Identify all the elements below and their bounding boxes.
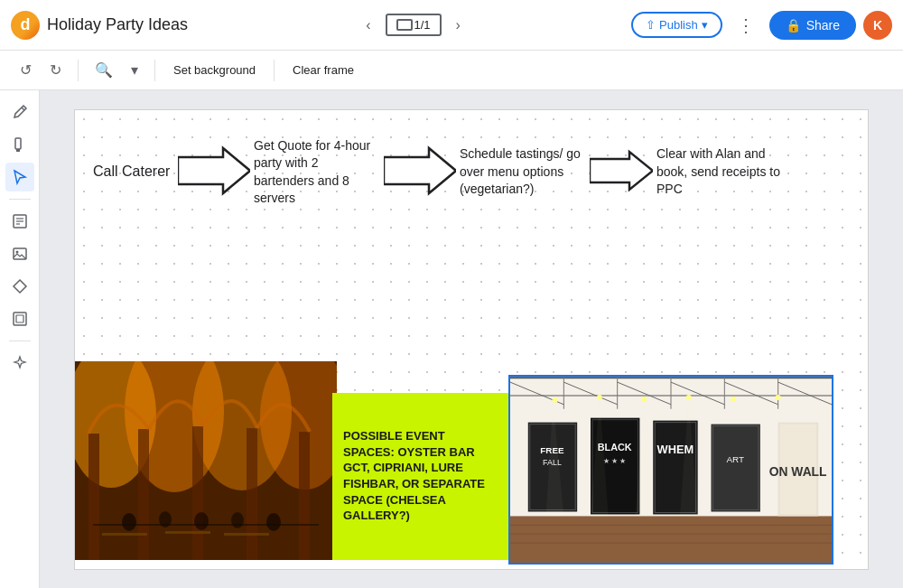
zoom-dropdown-button[interactable]: ▾ xyxy=(126,58,144,82)
svg-rect-11 xyxy=(16,315,23,322)
frame-icon xyxy=(12,311,28,327)
pen-tool-button[interactable] xyxy=(5,98,34,126)
svg-point-74 xyxy=(731,396,736,401)
flow-step-1: Get Quote for 4-hour party with 2 barten… xyxy=(254,137,380,208)
svg-rect-2 xyxy=(16,149,20,152)
svg-rect-49 xyxy=(510,516,832,565)
dropdown-icon: ▾ xyxy=(702,18,708,32)
document-title[interactable]: Holiday Party Ideas xyxy=(47,15,188,34)
frame-indicator: 1/1 xyxy=(386,14,442,36)
shape-tool-button[interactable] xyxy=(5,272,34,301)
frame-tool-button[interactable] xyxy=(5,304,34,333)
flow-step-2: Schedule tastings/ go over menu options … xyxy=(460,145,586,199)
select-icon xyxy=(12,169,28,185)
flow-step-0: Call Caterer xyxy=(93,163,174,182)
svg-rect-64 xyxy=(712,424,760,511)
publish-button[interactable]: ⇧ Publish ▾ xyxy=(631,12,722,38)
select-tool-button[interactable] xyxy=(5,163,34,191)
svg-text:ON WALL: ON WALL xyxy=(769,463,827,478)
sidebar-separator-2 xyxy=(9,341,31,341)
flow-step-3: Clear with Alan and book, send receipts … xyxy=(656,145,783,199)
top-bar: d Holiday Party Ideas ‹ 1/1 › ⇧ Publish … xyxy=(0,0,903,51)
app-logo: d xyxy=(11,11,40,40)
pen-icon xyxy=(12,104,28,120)
svg-line-0 xyxy=(22,107,24,110)
toolbar-separator xyxy=(78,60,79,81)
venue-illustration xyxy=(75,361,337,560)
sticky-note-text: POSSIBLE EVENT SPACES: OYSTER BAR GCT, C… xyxy=(343,428,498,523)
canvas-board[interactable]: Call Caterer Get Quote for 4-hour party … xyxy=(74,109,869,570)
toolbar-separator-3 xyxy=(274,60,275,81)
svg-text:★ ★ ★: ★ ★ ★ xyxy=(603,457,626,465)
marker-icon xyxy=(12,136,28,153)
undo-button[interactable]: ↺ xyxy=(14,58,37,82)
bottom-content-area: POSSIBLE EVENT SPACES: OYSTER BAR GCT, C… xyxy=(75,361,868,569)
svg-marker-13 xyxy=(384,148,456,193)
image-tool-button[interactable] xyxy=(5,239,34,268)
svg-point-8 xyxy=(15,251,18,254)
canvas-area: Call Caterer Get Quote for 4-hour party … xyxy=(0,90,903,588)
svg-point-75 xyxy=(776,394,781,399)
flow-arrow-1 xyxy=(178,144,250,201)
svg-rect-10 xyxy=(14,313,26,325)
svg-rect-34 xyxy=(75,361,337,560)
svg-rect-1 xyxy=(15,138,21,149)
svg-text:ART: ART xyxy=(726,454,744,464)
zoom-button[interactable]: 🔍 xyxy=(89,58,118,82)
frame-icon xyxy=(396,19,413,31)
toolbar-separator-2 xyxy=(154,60,155,81)
sidebar-separator-1 xyxy=(9,199,31,200)
svg-marker-9 xyxy=(14,280,26,293)
sticky-icon xyxy=(12,213,28,229)
lock-icon: 🔒 xyxy=(786,18,801,33)
gallery-svg: FREE FALL BLACK ★ ★ ★ WHEM xyxy=(510,377,832,565)
redo-button[interactable]: ↻ xyxy=(44,58,67,82)
marker-tool-button[interactable] xyxy=(5,130,34,159)
flow-arrow-2 xyxy=(384,144,456,201)
sticky-note[interactable]: POSSIBLE EVENT SPACES: OYSTER BAR GCT, C… xyxy=(332,393,508,560)
main-canvas[interactable]: Call Caterer Get Quote for 4-hour party … xyxy=(40,90,903,588)
venue-photo xyxy=(75,361,337,560)
gallery-photo: FREE FALL BLACK ★ ★ ★ WHEM xyxy=(508,375,833,565)
gallery-illustration: FREE FALL BLACK ★ ★ ★ WHEM xyxy=(510,377,832,563)
flow-diagram: Call Caterer Get Quote for 4-hour party … xyxy=(93,137,850,208)
image-icon xyxy=(12,246,28,262)
share-button[interactable]: 🔒 Share xyxy=(769,11,856,40)
svg-marker-12 xyxy=(178,148,250,193)
upload-icon: ⇧ xyxy=(646,18,656,32)
svg-marker-14 xyxy=(590,152,653,190)
more-options-button[interactable]: ⋮ xyxy=(730,9,762,42)
avatar[interactable]: K xyxy=(863,11,892,40)
secondary-toolbar: ↺ ↻ 🔍 ▾ Set background Clear frame xyxy=(0,51,903,90)
magic-tool-button[interactable] xyxy=(5,349,34,378)
shape-icon xyxy=(12,278,28,294)
left-sidebar xyxy=(0,90,40,588)
magic-icon xyxy=(12,355,28,371)
flow-arrow-3 xyxy=(590,148,653,197)
next-frame-button[interactable]: › xyxy=(449,12,468,39)
sticky-tool-button[interactable] xyxy=(5,207,34,236)
set-background-button[interactable]: Set background xyxy=(166,60,263,80)
prev-frame-button[interactable]: ‹ xyxy=(358,12,377,39)
clear-frame-button[interactable]: Clear frame xyxy=(285,60,361,80)
